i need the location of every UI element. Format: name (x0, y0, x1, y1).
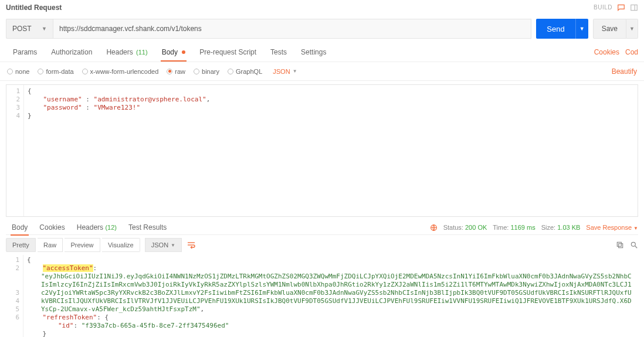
tab-headers-count: (11) (136, 49, 148, 56)
tab-settings[interactable]: Settings (294, 43, 333, 61)
search-icon[interactable] (630, 241, 638, 250)
body-none[interactable]: none (7, 68, 29, 75)
body-format-dropdown[interactable]: JSON ▼ (273, 68, 297, 75)
code-link[interactable]: Cod (625, 48, 638, 56)
http-method-dropdown[interactable]: POST ▼ (6, 19, 53, 39)
response-format-dropdown[interactable]: JSON ▼ (145, 238, 182, 252)
url-input[interactable] (53, 19, 531, 39)
body-xwww[interactable]: x-www-form-urlencoded (82, 68, 159, 75)
request-gutter: 1234 (6, 85, 24, 216)
request-title: Untitled Request (6, 4, 62, 12)
status-value: 200 OK (465, 224, 487, 231)
size-value: 1.03 KB (557, 224, 580, 231)
resp-tab-body[interactable]: Body (6, 220, 33, 235)
sidebar-toggle-icon[interactable] (630, 4, 638, 12)
view-raw[interactable]: Raw (38, 238, 63, 252)
svg-rect-5 (619, 244, 623, 248)
copy-icon[interactable] (616, 241, 624, 250)
view-pretty[interactable]: Pretty (6, 238, 36, 252)
chevron-down-icon: ▼ (171, 243, 175, 248)
save-response-link[interactable]: Save Response ▼ (586, 224, 638, 231)
resp-tab-headers[interactable]: Headers (12) (71, 220, 123, 235)
http-method-value: POST (12, 25, 32, 33)
view-visualize[interactable]: Visualize (102, 238, 140, 252)
tab-body[interactable]: Body (155, 43, 193, 61)
body-graphql[interactable]: GraphQL (228, 68, 262, 75)
save-button[interactable]: Save (593, 19, 626, 39)
send-button[interactable]: Send (536, 19, 575, 39)
time-value: 1169 ms (510, 224, 535, 231)
resp-tab-testresults[interactable]: Test Results (123, 220, 172, 235)
build-label: BUILD (594, 4, 612, 11)
tab-tests[interactable]: Tests (263, 43, 294, 61)
cookies-link[interactable]: Cookies (594, 48, 619, 56)
view-preview[interactable]: Preview (65, 238, 100, 252)
tab-authorization[interactable]: Authorization (44, 43, 99, 61)
response-body-editor[interactable]: 12 3456 { "accessToken": "eyJhbGciOiJIUz… (6, 255, 638, 337)
request-body-editor[interactable]: 1234 { "username" : "administrator@vsphe… (6, 84, 638, 217)
chevron-down-icon: ▼ (293, 69, 297, 74)
response-gutter: 12 3456 (6, 255, 23, 337)
highlighted-key: "accessToken" (43, 264, 93, 272)
tab-body-label: Body (162, 48, 178, 56)
body-formdata[interactable]: form-data (38, 68, 73, 75)
resp-tab-cookies[interactable]: Cookies (33, 220, 70, 235)
response-body-code[interactable]: { "accessToken": "eyJhbGciOiJIUzI1NiJ9.e… (23, 255, 638, 337)
tab-headers-label: Headers (106, 48, 133, 56)
body-binary[interactable]: binary (194, 68, 219, 75)
tab-headers[interactable]: Headers (11) (99, 43, 154, 61)
network-icon[interactable] (430, 223, 438, 232)
save-dropdown[interactable]: ▼ (626, 19, 638, 39)
svg-line-8 (635, 246, 638, 249)
svg-rect-6 (617, 243, 621, 247)
tab-prerequest[interactable]: Pre-request Script (192, 43, 263, 61)
response-view-mode: Pretty Raw Preview Visualize (6, 238, 140, 252)
body-raw[interactable]: raw (167, 68, 185, 75)
chevron-down-icon: ▼ (42, 26, 47, 32)
wrap-lines-icon[interactable] (187, 240, 196, 250)
beautify-link[interactable]: Beautify (612, 67, 637, 76)
request-body-code[interactable]: { "username" : "administrator@vsphere.lo… (24, 85, 213, 216)
send-dropdown[interactable]: ▼ (575, 19, 588, 39)
tab-params[interactable]: Params (6, 43, 44, 61)
comments-icon[interactable] (617, 4, 625, 12)
svg-point-7 (631, 243, 635, 247)
body-modified-dot-icon (182, 50, 185, 54)
svg-rect-0 (631, 5, 638, 11)
